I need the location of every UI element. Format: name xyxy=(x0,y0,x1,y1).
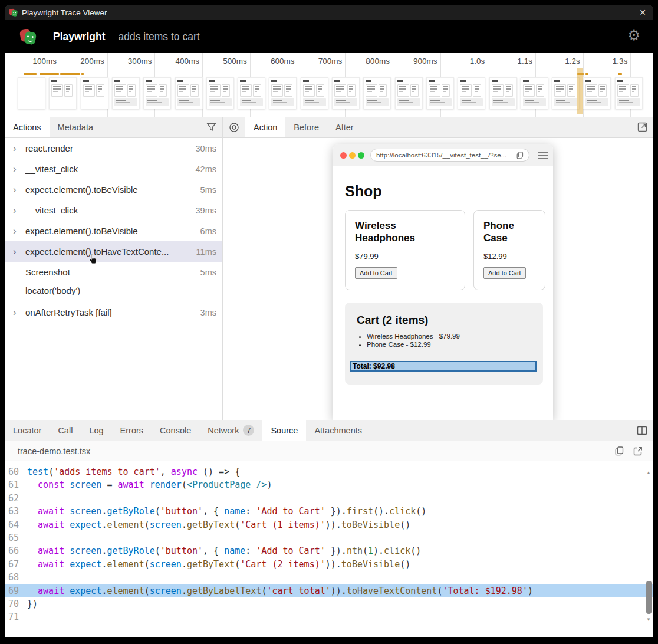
film-thumbnail[interactable] xyxy=(332,77,360,109)
tab-metadata[interactable]: Metadata xyxy=(50,117,101,137)
action-row[interactable]: ›onAfterRetryTask [fail]3ms xyxy=(5,302,222,323)
add-to-cart-button[interactable]: Add to Cart xyxy=(355,267,397,279)
tab-before[interactable]: Before xyxy=(285,117,327,137)
tab-console[interactable]: Console xyxy=(152,420,199,441)
film-thumbnail[interactable] xyxy=(81,77,108,109)
action-name: Screenshot xyxy=(25,267,70,277)
code-line: 63 await screen.getByRole('button', { na… xyxy=(5,505,653,518)
action-name: react.render xyxy=(25,143,73,153)
code-line: 66 await screen.getByRole('button', { na… xyxy=(5,544,653,557)
action-row[interactable]: ›expect.element().toBeVisible5ms xyxy=(5,179,222,200)
timeline-action-duration-bar xyxy=(81,73,84,75)
tab-locator[interactable]: Locator xyxy=(5,420,50,441)
action-locator: locator('body') xyxy=(5,282,222,298)
action-row[interactable]: ›Screenshot5ms xyxy=(5,262,222,282)
product-price: $79.99 xyxy=(355,252,455,261)
timeline-tick-label: 300ms xyxy=(109,57,152,65)
film-thumbnail[interactable] xyxy=(395,77,423,109)
film-thumbnail[interactable] xyxy=(426,77,454,109)
line-number: 67 xyxy=(5,558,27,571)
trace-viewer-window: Playwright Trace Viewer ✕ Playwright add… xyxy=(5,5,653,637)
product-cards: Wireless Headphones$79.99Add to CartPhon… xyxy=(345,210,553,290)
browser-toolbar: http://localhost:63315/__vitest_test__/?… xyxy=(333,144,553,166)
film-thumbnail[interactable] xyxy=(615,77,643,109)
traffic-light-maximize xyxy=(358,152,364,159)
tab-after[interactable]: After xyxy=(327,117,362,137)
action-row[interactable]: ›__vitest_click42ms xyxy=(5,159,222,179)
film-thumbnail[interactable] xyxy=(583,77,611,109)
tab-attachments[interactable]: Attachments xyxy=(306,420,370,441)
code-line: 61 const screen = await render(<ProductP… xyxy=(5,478,653,491)
test-title: adds items to cart xyxy=(119,31,200,43)
code-line: 65 xyxy=(5,531,653,544)
timeline-tick-label: 700ms xyxy=(300,57,342,65)
film-thumbnail[interactable] xyxy=(269,77,297,109)
settings-gear-icon[interactable]: ⚙ xyxy=(627,28,640,42)
film-thumbnail[interactable] xyxy=(458,77,485,109)
app-header: Playwright adds items to cart ⚙ xyxy=(5,20,653,53)
tab-label: Source xyxy=(271,426,298,435)
film-thumbnail[interactable] xyxy=(552,77,580,109)
main-split: ActionsMetadata ›react.render30ms›__vite… xyxy=(5,117,653,420)
timeline-tick-label: 1.3s xyxy=(585,57,627,65)
shop-heading: Shop xyxy=(345,183,553,200)
tab-label: Attachments xyxy=(314,426,362,435)
action-duration: 5ms xyxy=(200,268,216,277)
copy-url-icon[interactable] xyxy=(516,152,524,159)
copy-source-icon[interactable] xyxy=(615,446,624,456)
timeline[interactable]: 100ms200ms300ms400ms500ms600ms700ms800ms… xyxy=(5,53,653,117)
add-to-cart-button[interactable]: Add to Cart xyxy=(483,267,526,279)
scroll-down-arrow[interactable]: ▼ xyxy=(646,617,651,622)
timeline-action-duration-bar xyxy=(585,73,588,75)
film-thumbnail[interactable] xyxy=(18,77,45,109)
traffic-light-minimize xyxy=(349,152,356,159)
line-content: await expect.element(screen.getByText('C… xyxy=(27,518,410,531)
film-thumbnail[interactable] xyxy=(112,77,140,109)
line-content: await expect.element(screen.getByLabelTe… xyxy=(27,584,533,597)
code-line: 62 xyxy=(5,492,653,505)
split-view-toggle[interactable] xyxy=(631,420,653,441)
tab-call[interactable]: Call xyxy=(50,420,81,441)
tab-source[interactable]: Source xyxy=(262,420,306,441)
action-list: ›react.render30ms›__vitest_click42ms›exp… xyxy=(5,138,222,323)
actions-tabstrip: ActionsMetadata xyxy=(5,117,222,138)
tab-label: Network xyxy=(208,426,239,435)
film-thumbnail[interactable] xyxy=(143,77,171,109)
tab-log[interactable]: Log xyxy=(81,420,111,441)
film-thumbnail[interactable] xyxy=(238,77,265,109)
action-row[interactable]: ›expect.element().toBeVisible6ms xyxy=(5,221,222,241)
scroll-up-arrow[interactable]: ▲ xyxy=(646,470,651,475)
tab-errors[interactable]: Errors xyxy=(112,420,152,441)
timeline-tick-label: 600ms xyxy=(252,57,295,65)
action-row[interactable]: ›expect.element().toHaveTextConte...11ms xyxy=(5,241,222,262)
film-thumbnail[interactable] xyxy=(301,77,328,109)
film-thumbnail[interactable] xyxy=(489,77,517,109)
film-thumbnail[interactable] xyxy=(175,77,203,109)
product-card: Wireless Headphones$79.99Add to Cart xyxy=(345,210,465,290)
bottom-tabstrip: LocatorCallLogErrorsConsoleNetwork7Sourc… xyxy=(5,420,653,441)
pointer-cursor xyxy=(88,254,98,265)
cart-total-highlighted: Total: $92.98 xyxy=(350,361,537,372)
film-thumbnail[interactable] xyxy=(521,77,548,109)
action-row[interactable]: ›react.render30ms xyxy=(5,138,222,159)
close-button[interactable]: ✕ xyxy=(639,8,646,17)
action-row[interactable]: ›__vitest_click39ms xyxy=(5,200,222,221)
action-name: __vitest_click xyxy=(25,164,78,174)
timeline-tick-label: 1.0s xyxy=(442,57,485,65)
action-duration: 6ms xyxy=(200,226,216,236)
tab-network[interactable]: Network7 xyxy=(199,420,262,441)
snapshot-tabstrip: ActionBeforeAfter xyxy=(223,117,653,138)
film-thumbnail[interactable] xyxy=(363,77,391,109)
page-url: http://localhost:63315/__vitest_test__/?… xyxy=(376,152,514,159)
film-thumbnail[interactable] xyxy=(49,77,77,109)
film-thumbnail[interactable] xyxy=(206,77,234,109)
action-duration: 11ms xyxy=(196,247,216,257)
target-locate-icon[interactable] xyxy=(223,117,245,137)
tab-action[interactable]: Action xyxy=(245,117,285,137)
open-external-icon[interactable] xyxy=(633,446,643,456)
app-name: Playwright xyxy=(53,31,106,43)
popout-snapshot-button[interactable] xyxy=(631,117,653,137)
vertical-scroll-thumb[interactable] xyxy=(646,581,652,614)
tab-actions[interactable]: Actions xyxy=(5,117,50,137)
filter-button[interactable] xyxy=(200,117,222,137)
